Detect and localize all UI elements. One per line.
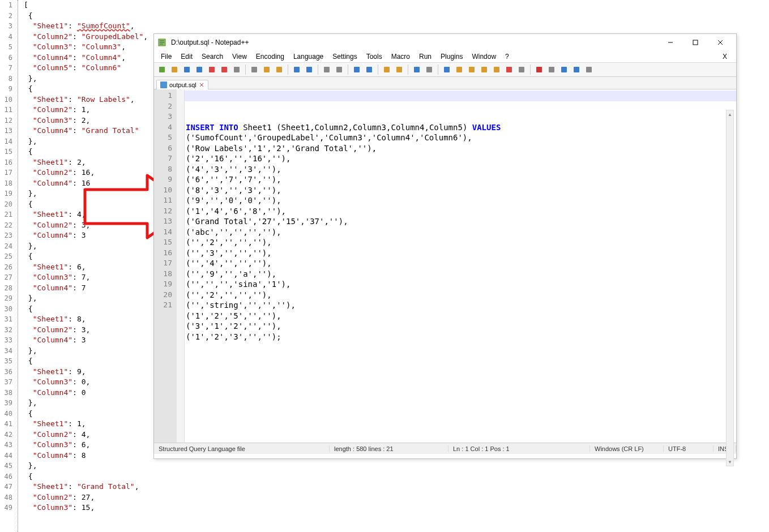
func-list-icon[interactable] — [479, 64, 490, 75]
save-icon[interactable] — [181, 64, 193, 75]
menu-[interactable]: ? — [501, 52, 514, 62]
status-length: length : 580 lines : 21 — [330, 445, 448, 452]
svg-rect-26 — [444, 67, 450, 72]
close-icon[interactable] — [206, 64, 217, 75]
menu-edit[interactable]: Edit — [176, 52, 197, 62]
code-line: ('1','4','6','8',''), — [186, 206, 736, 217]
background-gutter: 1234567891011121314151617181920212223242… — [0, 0, 16, 513]
status-language: Structured Query Language file — [154, 445, 330, 452]
zoom-in-icon[interactable] — [351, 64, 362, 75]
svg-rect-32 — [519, 67, 524, 72]
monitoring-icon[interactable] — [503, 64, 515, 75]
toolbar-separator — [318, 65, 318, 75]
doc-list-icon[interactable] — [466, 64, 477, 75]
sync-v-icon[interactable] — [381, 64, 392, 75]
svg-rect-34 — [549, 67, 554, 72]
undo-icon[interactable] — [291, 64, 302, 75]
close-all-icon[interactable] — [219, 64, 230, 75]
redo-icon[interactable] — [304, 64, 315, 75]
play-multi-icon[interactable] — [571, 64, 582, 75]
menu-run[interactable]: Run — [415, 52, 436, 62]
close-button[interactable] — [708, 34, 733, 51]
menu-search[interactable]: Search — [197, 52, 228, 62]
code-line: ('Row Labels','1','2','Grand Total',''), — [186, 143, 736, 154]
code-line: ('','9','','a',''), — [186, 269, 736, 280]
svg-rect-16 — [294, 67, 300, 72]
fold-margin — [177, 89, 185, 443]
svg-rect-21 — [366, 67, 372, 72]
menu-encoding[interactable]: Encoding — [251, 52, 289, 62]
tab-bar: output.sql — [154, 77, 736, 89]
indent-icon[interactable] — [441, 64, 452, 75]
scroll-down-icon[interactable]: ▼ — [727, 458, 733, 466]
copy-icon[interactable] — [261, 64, 272, 75]
svg-rect-9 — [196, 67, 202, 72]
menu-plugins[interactable]: Plugins — [436, 52, 467, 62]
open-icon[interactable] — [169, 64, 180, 75]
code-line: ('','2','','',''), — [186, 237, 736, 248]
editor-gutter: 123456789101112131415161718192021 — [154, 89, 177, 443]
code-line: ('3','1','2','',''), — [186, 321, 736, 332]
svg-rect-25 — [426, 67, 432, 72]
menu-file[interactable]: File — [156, 52, 176, 62]
svg-rect-19 — [336, 67, 342, 72]
replace-icon[interactable] — [334, 64, 345, 75]
save-all-icon[interactable] — [194, 64, 205, 75]
doc-map-icon[interactable] — [454, 64, 465, 75]
sync-h-icon[interactable] — [394, 64, 405, 75]
code-line: ('4','3','','3',''), — [186, 164, 736, 175]
svg-rect-27 — [456, 67, 462, 72]
svg-rect-29 — [481, 67, 487, 72]
folder-icon[interactable] — [491, 64, 502, 75]
menu-settings[interactable]: Settings — [328, 52, 361, 62]
background-code[interactable]: [ { "Sheet1": "SumofCount", "Column2": "… — [24, 0, 148, 513]
svg-rect-23 — [396, 67, 402, 72]
svg-rect-36 — [574, 67, 579, 72]
minimize-button[interactable] — [658, 34, 683, 51]
editor-area[interactable]: 123456789101112131415161718192021 INSERT… — [154, 89, 736, 443]
svg-rect-10 — [209, 67, 215, 72]
play-icon[interactable] — [558, 64, 570, 75]
svg-rect-12 — [234, 67, 240, 72]
toolbar-separator — [288, 65, 288, 75]
code-line: ('Grand Total','27','15','37',''), — [186, 216, 736, 227]
svg-rect-14 — [264, 67, 270, 72]
save-macro-icon[interactable] — [583, 64, 595, 75]
find-icon[interactable] — [321, 64, 332, 75]
zoom-out-icon[interactable] — [364, 64, 375, 75]
svg-rect-17 — [306, 67, 312, 72]
maximize-button[interactable] — [683, 34, 708, 51]
menubar: FileEditSearchViewEncodingLanguageSettin… — [154, 51, 736, 62]
file-tab-close-icon[interactable] — [199, 82, 204, 88]
menu-window[interactable]: Window — [467, 52, 501, 62]
code-line: ('','string','','',''), — [186, 300, 736, 311]
record-icon[interactable] — [533, 64, 545, 75]
code-line: ('abc','','','',''), — [186, 227, 736, 238]
menu-macro[interactable]: Macro — [387, 52, 415, 62]
paste-icon[interactable] — [274, 64, 285, 75]
statusbar: Structured Query Language file length : … — [154, 443, 736, 454]
svg-rect-24 — [414, 67, 420, 72]
menu-view[interactable]: View — [228, 52, 251, 62]
print-icon[interactable] — [231, 64, 242, 75]
show-icon[interactable] — [516, 64, 527, 75]
new-icon[interactable] — [156, 64, 168, 75]
menu-tools[interactable]: Tools — [362, 52, 387, 62]
menu-language[interactable]: Language — [289, 52, 328, 62]
code-line: ('','3','','',''), — [186, 248, 736, 259]
all-chars-icon[interactable] — [424, 64, 435, 75]
cut-icon[interactable] — [249, 64, 260, 75]
code-line: ('','','','sina','1'), — [186, 279, 736, 290]
file-tab[interactable]: output.sql — [156, 80, 208, 89]
code-line: ('9','','0','0',''), — [186, 195, 736, 206]
wrap-icon[interactable] — [411, 64, 422, 75]
editor-code[interactable]: INSERT INTO Sheet1 (Sheet1,Column2,Colum… — [185, 89, 736, 443]
svg-rect-22 — [384, 67, 390, 72]
svg-rect-6 — [159, 67, 165, 72]
stop-icon[interactable] — [546, 64, 557, 75]
menubar-close-x[interactable]: X — [718, 52, 732, 62]
background-ruler — [18, 0, 18, 532]
scroll-up-icon[interactable]: ▲ — [727, 110, 733, 118]
code-line: INSERT INTO Sheet1 (Sheet1,Column2,Colum… — [186, 122, 736, 133]
titlebar[interactable]: D:\output.sql - Notepad++ — [154, 34, 736, 51]
